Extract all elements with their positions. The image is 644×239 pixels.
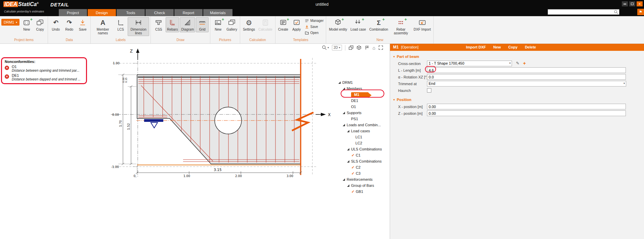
tree-item-gb1[interactable]: GB1 [337,189,389,195]
tree-item-c3[interactable]: C3 [337,170,389,176]
viewports-button[interactable] [348,45,353,50]
feedback-button[interactable] [637,9,644,15]
add-cross-section-button[interactable] [522,61,527,66]
cross-section-select[interactable]: 1 - T Shape 1700,450 [427,61,512,66]
calculate-button[interactable]: Calculate [257,17,274,32]
tree-item-o1[interactable]: O1 [337,104,389,110]
x-position-input[interactable] [427,104,626,109]
rebar-assembly-button[interactable]: Rebar assembly [390,17,412,36]
manager-icon [305,19,309,23]
tree-item-drm1[interactable]: DRM1 [337,79,389,86]
solid-view-button[interactable] [356,45,361,50]
combination-button[interactable]: Σ Combination [368,17,389,32]
expander-icon[interactable] [343,178,345,181]
home-view-button[interactable] [373,45,375,50]
labels-view-button[interactable] [364,45,370,50]
length-input[interactable] [427,67,626,73]
template-open-button[interactable]: Open [304,30,325,35]
nonconformity-item[interactable]: O1 Distance between opening and trimmed … [5,65,83,72]
tab-design[interactable]: Design [88,9,116,16]
tab-project[interactable]: Project [59,9,87,16]
fullscreen-button[interactable] [378,45,383,50]
apply-template-button[interactable]: Apply [290,17,303,32]
tab-check[interactable]: Check [145,9,174,16]
tree-item-supports[interactable]: Supports [337,110,389,116]
save-button[interactable]: Save [76,17,89,32]
delete-operation-button[interactable]: Delete [525,45,536,49]
trimmed-at-select[interactable]: End [427,81,626,87]
expander-icon[interactable] [347,160,349,163]
new-picture-button[interactable]: New [212,17,224,32]
rebars-button[interactable]: Rebars [166,17,179,32]
undo-button[interactable]: ↶ Undo [49,17,62,32]
gallery-button[interactable]: Gallery [225,17,239,32]
support-plate[interactable] [144,119,163,122]
expander-icon[interactable] [347,130,349,132]
expander-icon[interactable] [343,112,345,114]
tree-item-c1[interactable]: C1 [337,152,389,158]
tree-item-load-cases[interactable]: Load cases [337,128,389,134]
tree-item-m1[interactable]: M1 [337,92,389,98]
ribbon-group-project-items: DRM1 New Copy Project items [0,16,48,43]
check-icon [351,165,356,170]
member-names-button[interactable]: A Member names [92,17,114,36]
section-position[interactable]: Position [393,98,411,102]
new-project-item-button[interactable]: New [20,17,33,32]
rebars-icon [168,18,177,27]
css-button[interactable]: CSS [152,17,165,32]
nonconformity-item[interactable]: DE1 Distance between dapped end and trim… [5,73,83,81]
tree-item-c2[interactable]: C2 [337,164,389,170]
close-button[interactable] [637,1,643,6]
dxf-import-button[interactable]: DXF Import [412,17,432,32]
rotation-input[interactable] [427,74,626,80]
copy-project-item-button[interactable]: Copy [34,17,46,32]
section-part-of-beam[interactable]: Part of beam [393,55,419,59]
tree-item-ps1[interactable]: PS1 [337,116,389,122]
z-position-input[interactable] [427,110,626,116]
tab-materials[interactable]: Materials [203,9,232,16]
tree-item-de1[interactable]: DE1 [337,98,389,104]
grid-button[interactable]: Grid [196,17,209,32]
tree-item-group-of-bars[interactable]: Group of Bars [337,182,389,189]
lcs-button[interactable]: LCS [114,17,127,32]
create-template-button[interactable]: Create [277,17,290,32]
template-save-button[interactable]: Save [304,24,325,29]
search-input[interactable] [548,10,614,14]
tree-item-reinforcements[interactable]: Reinforcements [337,176,389,182]
expander-icon[interactable] [338,81,341,84]
redo-button[interactable]: ↷ Redo [63,17,76,32]
tree-item-members[interactable]: Members [337,86,389,92]
tree-item-uls-combinations[interactable]: ULS Combinations [337,146,389,152]
diagram-button[interactable]: Diagram [180,17,195,32]
rebar-assembly-icon [396,18,405,27]
maximize-button[interactable] [629,1,635,6]
haunch-checkbox[interactable] [427,88,431,93]
tree-item-loads-and-combinations[interactable]: Loads and Combin... [337,122,389,128]
dimension-lines-button[interactable]: Dimension lines [128,17,149,36]
minimize-button[interactable] [622,1,628,6]
import-dxf-button[interactable]: Import DXF [466,45,486,49]
project-item-selector[interactable]: DRM1 [1,19,19,26]
template-manager-button[interactable]: Manager [304,18,325,23]
expander-icon[interactable] [347,184,349,187]
model-entity-button[interactable]: Model entity [328,17,348,32]
expander-icon[interactable] [343,88,345,90]
tree-item-lc2[interactable]: LC2 [337,140,389,146]
load-case-button[interactable]: Load case [349,17,367,32]
expander-icon[interactable] [347,148,349,150]
tab-report[interactable]: Report [174,9,203,16]
edit-cross-section-button[interactable] [515,61,520,66]
plus-badge-icon [404,17,407,22]
settings-button[interactable]: ⚙ Settings [242,17,256,32]
expander-icon[interactable] [343,124,345,126]
new-operation-button[interactable]: New [493,45,501,49]
copy-operation-button[interactable]: Copy [508,45,518,49]
tab-tools[interactable]: Tools [117,9,145,16]
save-icon [78,18,87,27]
app-logo: IDEAStatiCa® [3,1,39,7]
tree-item-lc1[interactable]: LC1 [337,134,389,140]
plus-badge-icon [287,17,289,22]
navigator-tree: DRM1 Members M1 DE1 O1 Supports PS1 Load… [337,79,389,195]
tree-item-sls-combinations[interactable]: SLS Combinations [337,158,389,164]
small-dimension-label: 0.15 [125,77,128,83]
